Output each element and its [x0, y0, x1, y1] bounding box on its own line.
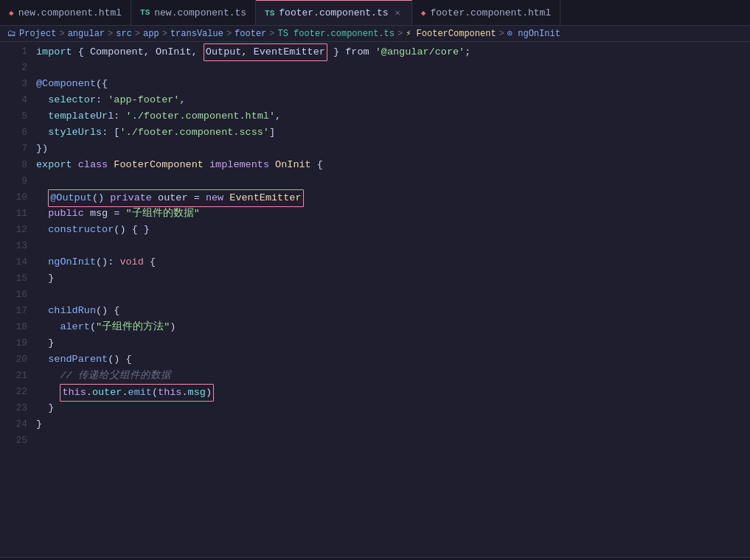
- code-line: [36, 433, 750, 449]
- code-line: constructor() { }: [36, 222, 750, 238]
- tab-label: new.component.ts: [154, 7, 246, 18]
- status-bar: https://blog.csdn.net/weixin_44283432: [0, 557, 750, 560]
- tab-footer-component-ts[interactable]: TS footer.component.ts ✕: [256, 0, 412, 25]
- tab-label: new.component.html: [18, 7, 122, 18]
- tab-new-component-ts[interactable]: TS new.component.ts: [131, 0, 256, 25]
- tab-label: footer.component.ts: [279, 7, 388, 18]
- code-line: [36, 173, 750, 189]
- ts-icon: TS: [265, 9, 274, 18]
- code-line: selector: 'app-footer',: [36, 92, 750, 108]
- code-line: }: [36, 270, 750, 287]
- code-line: alert("子组件的方法"): [36, 319, 750, 335]
- breadcrumb: 🗂 Project > angular > src > app > transV…: [0, 26, 750, 42]
- code-line: @Component({: [36, 76, 750, 92]
- tab-new-component-html[interactable]: ◆ new.component.html: [0, 0, 131, 25]
- code-line: [36, 287, 750, 303]
- code-line: templateUrl: './footer.component.html',: [36, 108, 750, 125]
- code-line: }: [36, 416, 750, 433]
- tab-bar: ◆ new.component.html TS new.component.ts…: [0, 0, 750, 26]
- html-icon: ◆: [421, 8, 426, 18]
- code-line: this.outer.emit(this.msg): [36, 384, 750, 400]
- code-line: export class FooterComponent implements …: [36, 157, 750, 173]
- editor: 12345 678910 1112131415 1617181920 21222…: [0, 42, 750, 557]
- breadcrumb-icon: 🗂: [7, 28, 16, 39]
- code-line: ngOnInit(): void {: [36, 254, 750, 270]
- code-line: }: [36, 335, 750, 351]
- code-line: sendParent() {: [36, 351, 750, 368]
- tab-label: footer.component.html: [430, 7, 551, 18]
- code-content: import { Component, OnInit, Output, Even…: [33, 42, 750, 557]
- code-line: public msg = "子组件的数据": [36, 206, 750, 222]
- code-line: styleUrls: ['./footer.component.scss']: [36, 125, 750, 141]
- code-line: [36, 238, 750, 254]
- code-line: }: [36, 400, 750, 416]
- code-line: childRun() {: [36, 303, 750, 319]
- ts-icon: TS: [140, 8, 150, 17]
- code-line: @Output() private outer = new EventEmitt…: [36, 189, 750, 206]
- line-numbers: 12345 678910 1112131415 1617181920 21222…: [0, 42, 33, 557]
- html-icon: ◆: [9, 8, 14, 18]
- code-line: }): [36, 141, 750, 157]
- code-line: // 传递给父组件的数据: [36, 368, 750, 384]
- tab-footer-component-html[interactable]: ◆ footer.component.html: [412, 0, 560, 25]
- code-area: 12345 678910 1112131415 1617181920 21222…: [0, 42, 750, 557]
- tab-close-button[interactable]: ✕: [393, 7, 403, 19]
- code-line: [36, 60, 750, 76]
- code-line: import { Component, OnInit, Output, Even…: [36, 43, 750, 60]
